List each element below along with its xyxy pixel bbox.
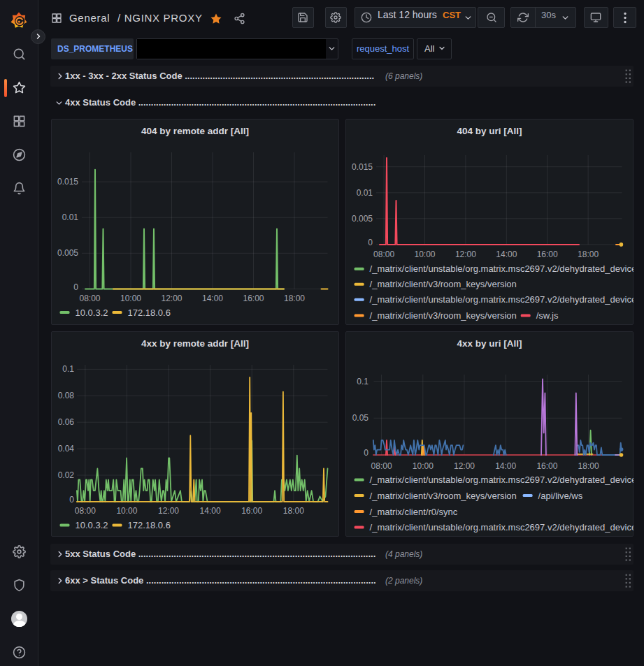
svg-text:10:00: 10:00 [413,461,434,471]
svg-text:08:00: 08:00 [79,294,100,303]
svg-text:0.015: 0.015 [57,177,78,187]
svg-text:10.0.3.2: 10.0.3.2 [76,520,108,530]
svg-text:0.005: 0.005 [352,214,373,224]
svg-text:14:00: 14:00 [496,249,517,259]
svg-text:12:00: 12:00 [158,506,179,516]
svg-text:10:00: 10:00 [116,506,137,516]
svg-text:172.18.0.6: 172.18.0.6 [128,307,171,318]
svg-text:0.04: 0.04 [58,444,75,454]
svg-text:0: 0 [69,495,74,505]
svg-text:10.0.3.2: 10.0.3.2 [76,307,108,318]
svg-text:18:00: 18:00 [578,249,599,259]
svg-text:/_matrix/client/r0/sync: /_matrix/client/r0/sync [370,507,458,517]
svg-text:14:00: 14:00 [202,294,223,303]
svg-text:10:00: 10:00 [414,249,435,259]
svg-text:18:00: 18:00 [284,294,305,303]
svg-text:/api/live/ws: /api/live/ws [538,491,583,501]
svg-text:0.1: 0.1 [62,364,74,374]
svg-text:12:00: 12:00 [161,294,182,303]
svg-text:/_matrix/client/unstable/org.m: /_matrix/client/unstable/org.matrix.msc2… [370,263,634,274]
svg-text:14:00: 14:00 [200,506,221,516]
svg-text:18:00: 18:00 [578,461,599,471]
svg-text:/_matrix/client/unstable/org.m: /_matrix/client/unstable/org.matrix.msc2… [370,522,634,533]
svg-text:12:00: 12:00 [454,461,475,471]
svg-text:/_matrix/client/unstable/org.m: /_matrix/client/unstable/org.matrix.msc2… [370,475,634,485]
svg-text:0.06: 0.06 [58,417,75,427]
svg-text:172.18.0.6: 172.18.0.6 [128,520,171,530]
svg-text:08:00: 08:00 [373,249,394,259]
svg-text:/_matrix/client/v3/room_keys/v: /_matrix/client/v3/room_keys/version [370,279,517,289]
svg-text:0.005: 0.005 [57,248,78,258]
svg-text:0.015: 0.015 [352,162,373,172]
svg-text:0.02: 0.02 [58,470,75,480]
svg-text:12:00: 12:00 [455,249,476,259]
svg-text:0.01: 0.01 [357,188,373,198]
svg-text:0.01: 0.01 [62,212,79,222]
svg-text:/_matrix/client/unstable/org.m: /_matrix/client/unstable/org.matrix.msc2… [370,294,634,305]
svg-text:/_matrix/client/v3/room_keys/v: /_matrix/client/v3/room_keys/version [370,310,517,321]
svg-text:0: 0 [73,282,78,292]
svg-text:16:00: 16:00 [537,249,558,259]
svg-text:/sw.js: /sw.js [536,310,559,321]
svg-text:0: 0 [368,238,373,247]
svg-text:16:00: 16:00 [243,294,264,303]
svg-text:0.08: 0.08 [58,391,75,400]
svg-text:16:00: 16:00 [241,506,262,516]
svg-text:0.05: 0.05 [352,413,369,423]
svg-text:16:00: 16:00 [536,461,557,471]
svg-text:10:00: 10:00 [120,294,141,303]
svg-text:18:00: 18:00 [283,506,304,516]
svg-text:/_matrix/client/v3/room_keys/v: /_matrix/client/v3/room_keys/version [370,491,517,501]
svg-text:0: 0 [364,448,368,458]
svg-text:0.1: 0.1 [357,377,368,386]
svg-text:08:00: 08:00 [371,461,392,471]
svg-text:08:00: 08:00 [75,506,96,516]
svg-text:14:00: 14:00 [495,461,516,471]
